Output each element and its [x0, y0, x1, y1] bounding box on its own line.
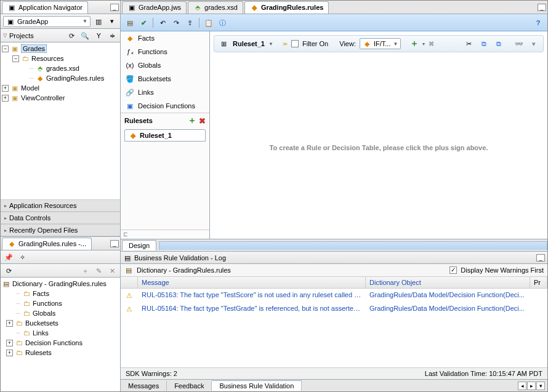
pin-button[interactable]: 📌 — [3, 252, 14, 263]
nav-bucketsets[interactable]: 🪣Bucketsets — [121, 72, 209, 86]
structure-refresh[interactable]: ⟳ — [3, 265, 14, 276]
clipboard-button[interactable]: 📋 — [203, 17, 214, 28]
col-pr[interactable]: Pr — [530, 277, 547, 288]
pager-prev[interactable]: ◂ — [518, 382, 526, 390]
proj-tool-2[interactable]: 🔍 — [79, 30, 91, 41]
node-decfun[interactable]: Decision Functions — [25, 339, 83, 346]
node-globals[interactable]: Globals — [33, 310, 55, 317]
add-ruleset-button[interactable]: ＋ — [188, 115, 196, 126]
structure-tree[interactable]: ▤Dictionary - GradingRules.rules ┈🗀Facts… — [1, 278, 120, 391]
dict-label[interactable]: Dictionary - GradingRules.rules — [12, 280, 107, 287]
nav-globals[interactable]: (x)Globals — [121, 58, 209, 72]
nav-links[interactable]: 🔗Links — [121, 86, 209, 99]
cut-button[interactable]: ✂ — [464, 38, 475, 49]
application-navigator-tab[interactable]: ▣ Application Navigator — [2, 1, 88, 14]
folder-icon: 🗀 — [22, 329, 31, 337]
tree-twist[interactable]: + — [6, 340, 13, 346]
expand-button[interactable]: ⊞ — [218, 38, 229, 49]
app-icon: ▣ — [6, 17, 15, 26]
undo-button[interactable]: ↶ — [157, 17, 168, 28]
node-bucketsets[interactable]: Bucketsets — [25, 319, 58, 327]
node-facts[interactable]: Facts — [33, 290, 49, 297]
tree-twist[interactable]: + — [2, 95, 9, 102]
nav-functions[interactable]: ƒₓFunctions — [121, 45, 209, 58]
tree-model[interactable]: Model — [21, 84, 39, 92]
find-button[interactable]: 👓 — [514, 38, 525, 49]
proj-tool-1[interactable]: ⟳ — [66, 30, 77, 41]
tree-twist[interactable]: + — [2, 85, 9, 92]
tree-grades[interactable]: Grades — [21, 44, 47, 53]
editor-minimize[interactable]: _ — [538, 4, 546, 11]
nav-facts[interactable]: ◆Facts — [121, 31, 209, 45]
structure-add[interactable]: ＋ — [79, 265, 91, 276]
tree-twist[interactable]: + — [6, 320, 13, 327]
log-row[interactable]: ⚠ RUL-05164: The fact type "TestGrade" i… — [121, 302, 547, 316]
tree-xsd[interactable]: grades.xsd — [46, 65, 79, 72]
app-menu-1[interactable]: ▥ — [93, 16, 104, 27]
ruleset-tab[interactable]: ◆ Ruleset_1 — [124, 129, 206, 142]
section-app-resources[interactable]: Application Resources — [1, 199, 120, 212]
proj-tool-3[interactable]: 𝖸 — [93, 30, 104, 41]
tree-resources[interactable]: Resources — [31, 55, 64, 62]
collapse-handle[interactable]: ⊏ — [121, 230, 209, 239]
col-icon[interactable] — [121, 277, 138, 288]
tab-messages[interactable]: Messages — [121, 381, 167, 391]
node-functions[interactable]: Functions — [33, 300, 62, 307]
log-obj: GradingRules/Data Model/Decision Functio… — [366, 290, 530, 301]
new-button[interactable]: ✧ — [17, 252, 28, 263]
log-table[interactable]: Message Dictionary Object Pr ⚠ RUL-05163… — [121, 277, 547, 367]
tab-feedback[interactable]: Feedback — [167, 381, 212, 391]
node-links[interactable]: Links — [33, 329, 49, 337]
tree-rules[interactable]: GradingRules.rules — [46, 74, 104, 82]
structure-edit[interactable]: ✎ — [93, 265, 104, 276]
structure-minimize[interactable]: _ — [110, 240, 119, 247]
proj-tool-4[interactable]: ≑ — [107, 30, 118, 41]
structure-delete[interactable]: ✕ — [107, 265, 118, 276]
col-dictobj[interactable]: Dictionary Object — [366, 277, 530, 288]
help-button[interactable]: ? — [533, 17, 544, 28]
decfun-icon: ▣ — [126, 102, 134, 110]
rules-icon: ◆ — [7, 239, 16, 248]
info-button[interactable]: ⓘ — [217, 17, 228, 28]
ruleset-menu-icon[interactable]: ▼ — [268, 41, 273, 47]
delete-rule-button[interactable]: ✖ — [429, 40, 434, 48]
section-data-controls[interactable]: Data Controls — [1, 212, 120, 224]
editor-tab-rules[interactable]: ◆GradingRules.rules — [244, 1, 329, 14]
export-button[interactable]: ⇪ — [184, 17, 195, 28]
tree-twist[interactable]: − — [12, 55, 19, 62]
filter-on-checkbox[interactable] — [291, 40, 299, 47]
add-rule-button[interactable]: ＋ — [410, 38, 419, 49]
tree-twist[interactable]: − — [2, 46, 9, 52]
log-minimize[interactable]: _ — [536, 254, 545, 262]
validate-button[interactable]: ✔ — [138, 17, 149, 28]
log-row[interactable]: ⚠ RUL-05163: The fact type "TestScore" i… — [121, 289, 547, 302]
app-menu-2[interactable]: ▾ — [107, 16, 118, 27]
delete-ruleset-button[interactable]: ✖ — [199, 116, 206, 126]
node-rulesets[interactable]: Rulesets — [25, 349, 52, 356]
nav-decfun[interactable]: ▣Decision Functions — [121, 99, 209, 113]
display-new-checkbox[interactable] — [449, 266, 457, 274]
col-message[interactable]: Message — [138, 277, 366, 288]
application-dropdown[interactable]: ▣ GradeApp ▼ — [3, 16, 91, 27]
projects-tree[interactable]: −▣Grades −🗀Resources ┈⬘grades.xsd ┈◆Grad… — [1, 42, 120, 199]
editor-tab-xsd[interactable]: ⬘grades.xsd — [188, 1, 243, 14]
tab-brv[interactable]: Business Rule Validation — [212, 380, 302, 391]
copy-button[interactable]: ⧉ — [478, 38, 490, 49]
structure-tab[interactable]: ◆ GradingRules.rules -... — [2, 238, 92, 250]
redo-button[interactable]: ↷ — [171, 17, 182, 28]
editor-tab-jws[interactable]: ▣GradeApp.jws — [122, 1, 187, 14]
projects-expand-icon[interactable]: ▽ — [3, 33, 7, 38]
section-recent-files[interactable]: Recently Opened Files — [1, 224, 120, 236]
goto-button[interactable]: ▾ — [528, 38, 539, 49]
view-dropdown[interactable]: ◆ IF/T... ▼ — [360, 38, 401, 49]
design-tab[interactable]: Design — [122, 240, 156, 250]
pager-menu[interactable]: ▾ — [536, 382, 545, 390]
paste-button[interactable]: ⧉ — [493, 38, 504, 49]
pager-next[interactable]: ▸ — [527, 382, 536, 390]
dict-button[interactable]: ▤ — [124, 17, 135, 28]
navigator-minimize[interactable]: _ — [110, 4, 119, 11]
tree-twist[interactable]: + — [6, 350, 13, 356]
sync-icon: ⟳ — [4, 266, 13, 275]
filter-toggle-icon[interactable]: ≫ — [283, 41, 288, 47]
tree-viewctrl[interactable]: ViewController — [21, 94, 65, 102]
